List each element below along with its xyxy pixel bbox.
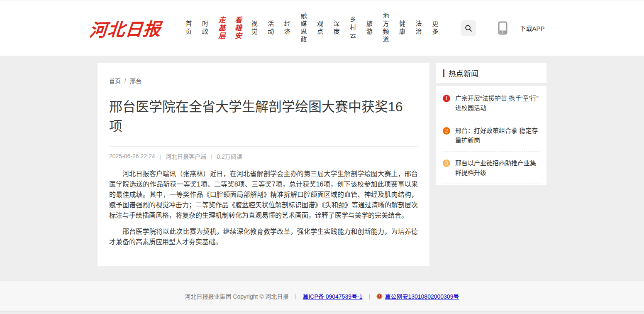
- search-icon: [465, 25, 472, 32]
- article-meta: 2025-06-26 22:24 | 河北日报客户端 | 0.2万阅读: [109, 152, 418, 160]
- nav-item-grassroots[interactable]: 走基层: [213, 16, 229, 40]
- hot-news-header: 热点新闻: [436, 63, 546, 83]
- nav-item-activity[interactable]: 活动: [262, 20, 279, 36]
- rank-badge: 1: [443, 95, 450, 102]
- nav-item-more[interactable]: 更多: [427, 20, 443, 36]
- site-header: 河北日报 首页 时政 走基层 看雄安 视觉 活动 经济 融媒思政 观点 深度 乡…: [0, 0, 644, 56]
- nav-item-media-ideology[interactable]: 融媒思政: [295, 12, 312, 44]
- article-read-count: 0.2万阅读: [217, 152, 242, 160]
- nav-item-visual[interactable]: 视觉: [246, 20, 262, 36]
- article-paragraph: 邢台医学院将以此次比赛为契机，继续深化教育教学改革，强化学生实践能力和创新能力，…: [109, 226, 418, 247]
- nav-item-xiongan[interactable]: 看雄安: [229, 16, 246, 40]
- breadcrumb-home[interactable]: 首页: [109, 76, 121, 85]
- smartphone-icon: [498, 21, 507, 35]
- main-nav: 首页 时政 走基层 看雄安 视觉 活动 经济 融媒思政 观点 深度 乡村云 旅游…: [180, 12, 443, 44]
- nav-item-health[interactable]: 健康: [394, 20, 410, 36]
- breadcrumb-separator: /: [124, 77, 126, 84]
- police-registration-link[interactable]: 冀公网安13010802000309号: [385, 292, 459, 300]
- meta-separator: |: [211, 153, 212, 159]
- rank-badge: 3: [443, 159, 450, 167]
- article-source: 河北日报客户端: [166, 152, 206, 160]
- nav-item-law[interactable]: 法治: [410, 20, 427, 36]
- red-accent-bar: [443, 69, 444, 77]
- nav-item-travel[interactable]: 旅游: [361, 20, 378, 36]
- site-logo[interactable]: 河北日报: [88, 15, 158, 42]
- search-button[interactable]: [461, 20, 476, 36]
- breadcrumb: 首页 / 邢台: [109, 76, 418, 85]
- mobile-app-button[interactable]: [498, 21, 507, 35]
- rank-badge: 2: [443, 127, 450, 135]
- nav-item-politics[interactable]: 时政: [197, 20, 213, 36]
- meta-separator: |: [160, 153, 161, 159]
- nav-item-home[interactable]: 首页: [180, 20, 197, 36]
- footer-separator: ｜: [366, 292, 372, 300]
- nav-item-opinion[interactable]: 观点: [312, 20, 328, 36]
- title-divider: [109, 146, 418, 147]
- sidebar: 热点新闻 1 广宗开展“法援护苗 携手‘童’行”进校园活动 2 邢台：打好政策组…: [436, 63, 546, 185]
- nav-item-economy[interactable]: 经济: [279, 20, 295, 36]
- icp-license-link[interactable]: 冀ICP备 09047539号-1: [302, 292, 362, 300]
- article-title: 邢台医学院在全省大学生解剖学绘图大赛中获奖16项: [109, 97, 411, 136]
- hot-news-item[interactable]: 3 邢台以产业链招商助推产业集群提档升级: [443, 152, 540, 184]
- hot-news-item[interactable]: 2 邢台：打好政策组合拳 稳定存量扩新岗: [443, 119, 540, 152]
- police-badge-icon: [376, 293, 383, 299]
- article-body: 河北日报客户端讯（张燕林）近日，在河北省解剖学会主办的第三届大学生解剖学绘图大赛…: [109, 169, 418, 247]
- nav-item-depth[interactable]: 深度: [328, 20, 344, 36]
- hot-news-item-title: 邢台以产业链招商助推产业集群提档升级: [455, 158, 540, 177]
- article-card: 首页 / 邢台 邢台医学院在全省大学生解剖学绘图大赛中获奖16项 2025-06…: [98, 63, 429, 266]
- hot-news-title: 热点新闻: [449, 68, 478, 78]
- hot-news-list: 1 广宗开展“法援护苗 携手‘童’行”进校园活动 2 邢台：打好政策组合拳 稳定…: [436, 86, 546, 185]
- page-content: 首页 / 邢台 邢台医学院在全省大学生解剖学绘图大赛中获奖16项 2025-06…: [98, 63, 546, 266]
- nav-item-rural-cloud[interactable]: 乡村云: [344, 16, 361, 40]
- article-paragraph: 河北日报客户端讯（张燕林）近日，在河北省解剖学会主办的第三届大学生解剖学绘图大赛…: [109, 169, 418, 221]
- breadcrumb-section-xingtai[interactable]: 邢台: [130, 76, 141, 85]
- article-date: 2025-06-26 22:24: [109, 153, 155, 159]
- footer-separator: ｜: [293, 292, 298, 300]
- nav-item-local-channels[interactable]: 地方频道: [377, 12, 394, 44]
- hot-news-item[interactable]: 1 广宗开展“法援护苗 携手‘童’行”进校园活动: [443, 87, 540, 119]
- footer-copyright: 河北日报报业集团 Copyright © 河北日报: [185, 292, 289, 300]
- hot-news-item-title: 邢台：打好政策组合拳 稳定存量扩新岗: [455, 126, 540, 145]
- hot-news-item-title: 广宗开展“法援护苗 携手‘童’行”进校园活动: [455, 93, 540, 113]
- page-footer: 河北日报报业集团 Copyright © 河北日报 ｜ 冀ICP备 090475…: [0, 281, 644, 312]
- download-app-label[interactable]: 下载APP: [520, 24, 545, 32]
